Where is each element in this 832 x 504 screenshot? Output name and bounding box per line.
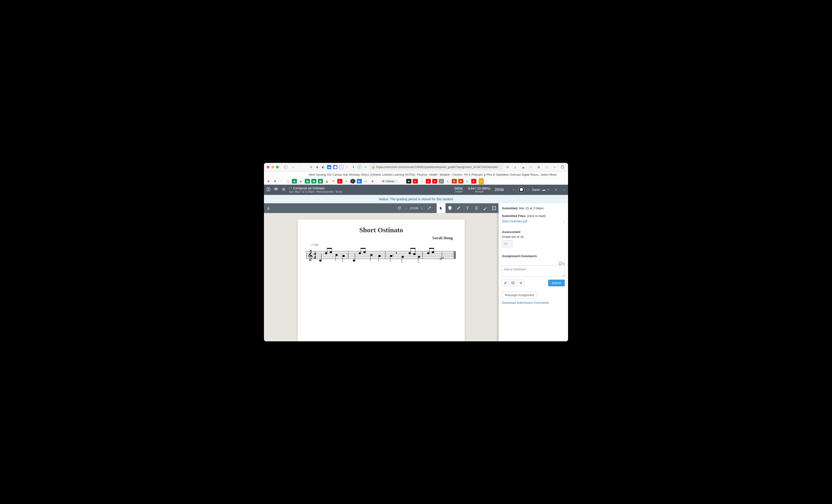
bookmark-item[interactable]: LinkedIn Learning [382, 173, 404, 176]
favicon[interactable]: ✱ [370, 179, 375, 184]
favicon[interactable]: ◷ [419, 179, 424, 184]
reassign-button[interactable]: Reassign Assignment [502, 291, 537, 299]
bookmark-item[interactable]: Health ▾ [429, 173, 439, 176]
favicon[interactable]: ▦ [452, 179, 457, 184]
gradebook-icon[interactable] [266, 187, 270, 192]
favicon[interactable]: ▶ [337, 179, 342, 184]
highlight-tool[interactable] [454, 203, 463, 213]
prev-student-button[interactable]: ← [512, 187, 516, 192]
extension-icon[interactable]: ✶ [363, 165, 367, 169]
doc-scroll[interactable]: Short Ostinato Sarah Hong ♩=120 [264, 213, 498, 341]
fullscreen-icon[interactable] [424, 203, 434, 213]
reload-button[interactable]: ⟳ [505, 164, 511, 170]
submit-comment-button[interactable]: Submit [548, 280, 565, 286]
favicon[interactable]: ▶ [471, 179, 476, 184]
favicon[interactable]: G [445, 179, 450, 184]
point-annotation-tool[interactable] [445, 203, 454, 213]
bookmark-item[interactable]: HCPSS ▾ [405, 173, 416, 176]
favicon[interactable]: ▲ [298, 179, 304, 184]
cloud-icon[interactable]: ☁ [520, 164, 526, 170]
extension-icon[interactable]: ◐ [321, 165, 325, 169]
zoom-out-button[interactable]: − [406, 203, 408, 213]
bookmark-item[interactable]: Digital Resou…estern Music [522, 173, 557, 176]
student-avatar[interactable] [518, 187, 524, 193]
favicon[interactable]: |● [344, 179, 349, 184]
bookmark-item[interactable]: Hub [343, 173, 348, 176]
grade-input[interactable] [502, 240, 513, 247]
bookmark-item[interactable]: ❯ Plex It! [484, 173, 495, 176]
sidebar-toggle-icon[interactable] [283, 164, 289, 170]
extension-icon[interactable]: G [357, 165, 361, 169]
bookmark-item[interactable]: Canvas [332, 173, 342, 176]
favicon[interactable]: C [350, 179, 356, 184]
favicon[interactable]: ✱ [266, 179, 271, 184]
share-icon[interactable]: ⇧ [544, 164, 549, 170]
favicon[interactable]: ■ [406, 179, 411, 184]
bookmark-item[interactable]: Synergy SIS [316, 173, 332, 176]
favicon[interactable]: ▶ [432, 179, 437, 184]
sort-dropdown-icon[interactable]: ▼ [555, 189, 557, 191]
bookmark-item[interactable]: Weather ▾ [440, 173, 451, 176]
bookmark-item[interactable]: Pinboard [471, 173, 483, 176]
apps-grid-icon[interactable]: ⋮⋮⋮ [266, 173, 275, 176]
favicon[interactable]: ◆ [292, 179, 297, 184]
favicon[interactable]: ◻ [479, 179, 484, 184]
download-comments-link[interactable]: Download Submission Comments [502, 301, 549, 304]
student-dropdown-icon[interactable]: ▾ [548, 189, 549, 191]
extension-icon[interactable]: ⬇ [351, 165, 356, 169]
bookmark-item[interactable]: Workday [349, 173, 360, 176]
favicon[interactable]: ▦ [311, 179, 316, 184]
extension-icon[interactable]: ⛰ [327, 165, 331, 169]
attach-file-button[interactable] [502, 280, 509, 286]
download-file-icon[interactable]: ↓ [563, 219, 565, 223]
new-tab-button[interactable]: ＋ [552, 164, 557, 170]
favicon[interactable]: ▦ [458, 179, 463, 184]
extension-icon[interactable]: ◉ [315, 165, 319, 169]
active-tab[interactable]: ✱ Ostinat… [380, 179, 399, 184]
bookmark-item[interactable]: GDocs [361, 173, 369, 176]
pointer-tool[interactable] [437, 203, 445, 213]
zoom-in-button[interactable]: + [421, 203, 422, 213]
favicon[interactable]: {·} [363, 179, 368, 184]
bookmark-item[interactable]: Finance ▾ [417, 173, 428, 176]
favicon[interactable]: ▶ [426, 179, 431, 184]
extension-icon[interactable]: ⚙ [309, 165, 313, 169]
bookmark-item[interactable]: Forums ▾ [452, 173, 463, 176]
favicon[interactable]: ⚑ [331, 179, 336, 184]
bookmark-item[interactable]: Meet [309, 173, 315, 176]
maximize-window-button[interactable] [276, 166, 279, 168]
draw-tool[interactable] [481, 203, 490, 213]
settings-gear-icon[interactable] [282, 187, 286, 192]
nav-forward-button[interactable]: › [298, 164, 304, 170]
tabs-overview-icon[interactable] [560, 164, 565, 170]
nav-back-button[interactable]: ‹ [290, 164, 296, 170]
area-tool[interactable] [490, 203, 498, 213]
favicon[interactable]: ✱ [272, 179, 278, 184]
extension-icon[interactable]: ⟩⟩ [345, 165, 349, 169]
favicon[interactable]: ▶ [413, 179, 418, 184]
visibility-icon[interactable] [274, 187, 278, 192]
comment-textarea[interactable] [502, 265, 565, 276]
settings-gear-icon[interactable]: ⚙ [536, 164, 542, 170]
bookmark-item[interactable]: Overcast [510, 173, 521, 176]
bookmark-star-icon[interactable]: ☆ [528, 164, 534, 170]
favicon[interactable]: ◯ [279, 179, 284, 184]
bookmark-item[interactable]: Speedtest [496, 173, 509, 176]
comment-count[interactable]: 0 [502, 262, 565, 265]
favicon[interactable]: 🔔 [324, 179, 330, 184]
rotate-icon[interactable] [395, 203, 404, 213]
download-icon[interactable] [264, 203, 273, 213]
next-student-button[interactable]: → [562, 187, 566, 192]
bookmark-item[interactable]: GSheets [370, 173, 381, 176]
audio-comment-button[interactable] [518, 280, 524, 286]
downloads-icon[interactable]: ⤓ [512, 164, 518, 170]
bookmark-item[interactable]: Pin It [464, 173, 471, 176]
strikethrough-tool[interactable] [472, 203, 481, 213]
assignment-title[interactable]: Compose an Ostinato [293, 186, 324, 190]
favicon[interactable]: ◉ [465, 179, 470, 184]
favicon[interactable]: ▶ [357, 179, 362, 184]
favicon[interactable]: M [439, 179, 444, 184]
close-window-button[interactable] [267, 166, 269, 168]
media-comment-button[interactable] [510, 280, 516, 286]
extension-icon[interactable]: T [339, 165, 343, 169]
